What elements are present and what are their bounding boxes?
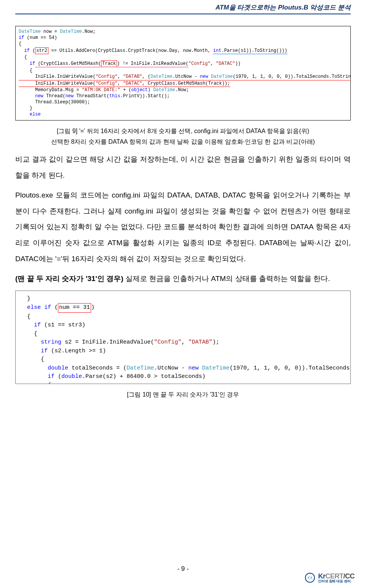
code-text: .Now;: [82, 29, 96, 34]
code-text: if: [19, 61, 35, 66]
header-title: ATM을 타겟으로하는 Ploutus.B 악성코드 분석: [215, 4, 351, 11]
code-text: now =: [41, 29, 60, 34]
code-text: this: [109, 93, 120, 99]
figure-caption-10: [그림 10] 맨 끝 두 자리 숫자가 '31'인 경우: [15, 389, 351, 400]
code-text: MemoryData.Msg =: [19, 87, 82, 93]
code-text: ThreadStart(: [74, 93, 109, 99]
svg-point-1: [309, 577, 311, 579]
code-text: "DATAC": [216, 61, 235, 66]
code-text: else: [19, 112, 41, 117]
code-text: }: [20, 296, 30, 302]
code-text: DateTime: [153, 87, 175, 93]
body-paragraph-3: (맨 끝 두 자리 숫자가 '31'인 경우) 실제로 현금을 인출하거나 AT…: [15, 271, 351, 287]
code-text: DateTime: [151, 74, 173, 79]
code-text: .UtcNow -: [154, 365, 188, 371]
code-text: if: [20, 348, 48, 354]
code-text: (: [30, 48, 35, 53]
code-text: ,: [210, 61, 216, 66]
code-text: "Config": [154, 339, 181, 345]
code-text: "DATAC": [123, 81, 142, 86]
code-text: "Config": [96, 74, 118, 79]
code-text: .UtcNow -: [172, 74, 200, 79]
highlight-box: str2: [35, 47, 48, 54]
logo-sub: 인터넷 침해 대응 센터: [318, 580, 355, 583]
code-text: == Utils.AddCero(CryptClass.CryptTrack(n…: [48, 48, 213, 53]
code-text: "ATM:OK DATE:": [82, 87, 120, 93]
code-text: new: [188, 365, 199, 371]
highlight-box: num == 31: [58, 303, 91, 313]
code-text: new: [65, 93, 74, 99]
code-text: if: [20, 373, 55, 380]
code-text: if: [19, 35, 24, 40]
logo-cert: CERT: [326, 572, 344, 580]
code-text: if: [20, 322, 41, 328]
code-text: ): [148, 87, 153, 93]
logo-text: KrCERT/CC 인터넷 침해 대응 센터: [318, 573, 355, 583]
code-text: Thread.Sleep(30000);: [19, 100, 90, 105]
code-text: else if: [20, 304, 51, 311]
code-text: (1970, 1, 1, 0, 0, 0)).TotalSeconds.ToSt…: [233, 74, 351, 79]
code-text: "DATAB": [123, 74, 142, 79]
code-text: new: [200, 74, 208, 79]
code-text: {: [20, 313, 30, 320]
footer-logo: KrCERT/CC 인터넷 침해 대응 센터: [304, 572, 355, 583]
figure-caption-9: [그림 9] '=' 뒤의 16자리 숫자에서 8개 숫자를 선택, confi…: [15, 126, 351, 148]
body-paragraph-2: Ploutos.exe 모듈의 코드에는 config.ini 파일의 DATA…: [15, 187, 351, 267]
code-text: "Config": [96, 81, 118, 86]
code-text: "Config": [188, 61, 210, 66]
code-text: (: [55, 373, 61, 380]
code-text: DateTime: [127, 365, 154, 371]
logo-kr: Kr: [318, 572, 325, 580]
code-text: {: [19, 68, 32, 73]
code-text: (s2.Length >= 1): [48, 348, 106, 354]
code-text: double: [20, 365, 68, 371]
body-paragraph-1: 비교 결과 값이 같으면 해당 시간 값을 저장하는데, 이 시간 값은 현금을…: [15, 151, 351, 183]
bold-text: (맨 끝 두 자리 숫자가 '31'인 경우): [15, 275, 124, 283]
code-text: totalSeconds = (: [68, 365, 127, 371]
code-text: {: [19, 41, 21, 47]
logo-main: KrCERT/CC: [318, 573, 355, 580]
code-text: Thread(: [43, 93, 66, 99]
code-text: if: [19, 48, 30, 53]
code-text: (num == 54): [24, 35, 57, 40]
code-text: object: [131, 87, 148, 93]
code-text: IniFile.IniWriteValue(: [19, 81, 96, 86]
code-text: {: [20, 331, 37, 337]
code-text: new: [19, 93, 43, 99]
code-text: ,: [117, 74, 123, 79]
code-text: .PrintV)).Start();: [120, 93, 170, 99]
code-text: DateTime: [19, 29, 41, 34]
code-text: (1970, 1, 1, 0, 0, 0)).TotalSeconds;: [230, 365, 351, 371]
code-text: (CryptClass.GetMd5Hash(: [35, 61, 101, 66]
code-text: double: [61, 373, 82, 380]
page-number: - 9 -: [0, 565, 366, 573]
code-text: string: [20, 339, 61, 345]
code-text: DateTime: [60, 29, 82, 34]
code-text: DateTime: [199, 365, 230, 371]
code-text: ): [91, 304, 95, 311]
body-text-span: 실제로 현금을 인출하거나 ATM의 상태를 출력하는 역할을 한다.: [124, 275, 330, 283]
code-text: ,: [181, 339, 188, 345]
code-text: .Parse(s1)).ToString())): [222, 48, 287, 53]
code-text: );: [212, 339, 219, 345]
code-text: DateTime: [208, 74, 233, 79]
page-header: ATM을 타겟으로하는 Ploutus.B 악성코드 분석: [0, 0, 366, 13]
code-text: {: [20, 356, 44, 363]
logo-cc: /CC: [344, 572, 355, 580]
caption-line2: 선택한 8자리 숫자를 DATAA 항목의 값과 현재 날짜 값을 이용해 암호…: [51, 138, 315, 145]
code-text: (: [51, 304, 58, 311]
code-text: {: [19, 55, 27, 60]
code-block-1: DateTime now = DateTime.Now; if (num == …: [15, 26, 351, 120]
logo-icon: [304, 572, 316, 583]
code-text: (s1 == str3): [41, 322, 85, 328]
code-text: {: [20, 382, 51, 384]
code-text: IniFile.IniWriteValue(: [19, 74, 96, 79]
code-text: }: [19, 106, 32, 111]
code-text: )): [235, 61, 241, 66]
code-text: ,: [117, 81, 123, 86]
code-text: , (: [142, 74, 151, 79]
code-text: , CryptClass.GetMd5Hash(Track));: [142, 81, 230, 86]
code-text: + (: [120, 87, 131, 93]
code-text: int: [213, 48, 222, 53]
highlight-box: Track: [101, 60, 117, 67]
